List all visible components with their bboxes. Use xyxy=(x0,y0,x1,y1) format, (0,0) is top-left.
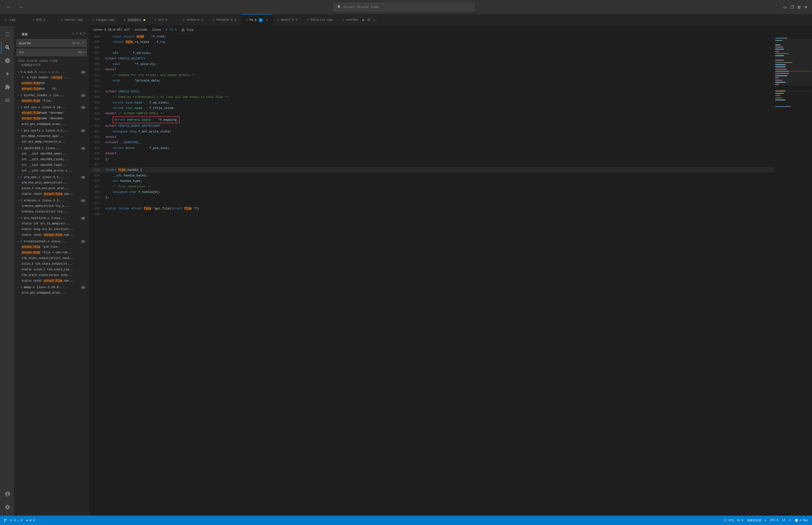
replace-all-button[interactable]: ↩ xyxy=(83,50,85,54)
activity-item-git[interactable] xyxy=(1,55,13,67)
list-item[interactable]: arch_get_unmapped_area(... xyxy=(14,290,89,296)
more-icon[interactable]: ⋯ xyxy=(373,18,375,22)
line-content: #ifdef CONFIG_DEBUG_WRITECOUNT xyxy=(104,123,775,129)
list-item[interactable]: • a file header (struct ... xyxy=(14,75,89,80)
breadcrumb-part-0[interactable]: linux-3.10.0-957.el7 xyxy=(93,28,130,31)
breadcrumb-part-3[interactable]: C fs.h xyxy=(166,28,177,31)
status-position[interactable]: 行 875, 列 8 xyxy=(724,519,744,522)
list-item[interactable]: struct file *exe_file; xyxy=(14,244,89,250)
status-branch[interactable]: ⑤ 6 △ 0 xyxy=(4,519,22,522)
split-icon[interactable]: ⧉ xyxy=(367,18,370,22)
activity-item-settings[interactable] xyxy=(1,501,13,513)
code-container: 904 const struct cred *f_cred; 905 struc… xyxy=(89,34,812,515)
status-eol[interactable]: LF xyxy=(782,519,785,522)
list-item[interactable]: ssize_t tlb_stats_output(st... xyxy=(14,261,89,267)
list-item[interactable]: struct filehdr fh; xyxy=(14,86,89,92)
regex-button[interactable]: .* xyxy=(81,41,85,45)
list-item[interactable]: arch_get_unmapped_area(... xyxy=(14,121,89,127)
list-item[interactable]: static const struct file_ope... xyxy=(14,232,89,238)
file-group-header-arc[interactable]: ▾ C arc_hostlink.c linux... 3 xyxy=(14,215,89,221)
replace-container[interactable]: 替换 AB ↩ xyxy=(16,49,87,56)
file-group-header-osf[interactable]: ▾ C osf_sys.c linux-3.10... 3 xyxy=(14,105,89,110)
back-button[interactable]: ← xyxy=(5,4,13,11)
collapse-icon[interactable]: ≡ xyxy=(76,32,78,35)
tab-unorder[interactable]: C unorder ▶ ⧉ ⋯ xyxy=(338,14,380,26)
list-item[interactable]: int pci_mmap_resource_d... xyxy=(14,139,89,145)
list-item[interactable]: static int arc_hl_mmap(str... xyxy=(14,221,89,226)
code-editor[interactable]: 904 const struct cred *f_cred; 905 struc… xyxy=(89,34,775,515)
win-tile-button[interactable]: ▭ xyxy=(783,5,786,10)
list-item[interactable]: tlb_stats_output(struct inod... xyxy=(14,255,89,261)
file-group-header-binfmt[interactable]: ▾ C binfmt_loader.c lin... 1 xyxy=(14,93,89,98)
breadcrumb-part-1[interactable]: include xyxy=(135,28,148,31)
file-group-header-srmcons[interactable]: ▾ C srmcons.c linux-3.1... 2 xyxy=(14,198,89,203)
status-encoding[interactable]: UTF-8 xyxy=(770,519,778,522)
list-item[interactable]: struct file *file = vma->vm... xyxy=(14,250,89,255)
tab-close-fsh[interactable]: × xyxy=(266,18,268,22)
forward-button[interactable]: → xyxy=(16,4,25,11)
case-sensitive-button[interactable]: Aa xyxy=(72,41,75,45)
activity-item-files[interactable] xyxy=(1,28,13,41)
activity-item-extensions[interactable] xyxy=(1,81,13,93)
activity-item-misc[interactable] xyxy=(1,94,13,106)
file-group-header-troubleshoot[interactable]: ▾ C troubleshoot.c linux... 7 xyxy=(14,239,89,244)
list-item[interactable]: int __init smcc669_open(... xyxy=(14,151,89,157)
tab-mounth[interactable]: C mount.h 1 xyxy=(273,14,303,26)
tab-vector[interactable]: C vector.cpp xyxy=(57,14,88,26)
view-mode-icon[interactable]: ≡ xyxy=(83,32,85,35)
file-group-header-aouth[interactable]: ▾ C a.out.h linux-3.10.0-... 3 xyxy=(14,70,89,75)
list-item[interactable]: struct filename *devname; xyxy=(14,110,89,116)
breadcrumb-part-2[interactable]: linux xyxy=(152,28,161,31)
preserve-case-button[interactable]: AB xyxy=(78,50,82,54)
breadcrumb-part-4[interactable]: 品 file xyxy=(182,28,194,32)
run-debug-icon xyxy=(5,71,10,77)
status-notifications[interactable]: ⌘ Mac xyxy=(795,519,808,522)
tab-polylist[interactable]: C PolyList.cpp xyxy=(303,14,338,26)
list-item[interactable]: struct filename *devname; xyxy=(14,116,89,121)
status-lang[interactable]: C xyxy=(790,519,791,522)
table-row: 923 #ifndef __GENKSYMS__ xyxy=(89,140,775,145)
list-item[interactable]: pci_mmap_resource_spar... xyxy=(14,133,89,139)
file-group-header-srm[interactable]: ▾ C srm_env.c linux-3.1... 3 xyxy=(14,175,89,180)
list-item[interactable]: int __init smcc669_write( s... xyxy=(14,168,89,174)
activity-item-search[interactable] xyxy=(1,41,13,54)
search-container[interactable]: Aa ab .* xyxy=(16,39,87,47)
list-item[interactable]: struct filehdr xyxy=(14,80,89,86)
tab-fsh[interactable]: C fs.h 2 × xyxy=(241,14,273,26)
tab-caogao[interactable]: C caogao.cpp xyxy=(88,14,119,26)
win-close-button[interactable]: ✕ xyxy=(804,5,807,10)
titlebar-search[interactable]: 🔍 Visual Studio Code xyxy=(333,3,474,11)
file-group-header-smc[interactable]: ▾ C smc37c669.c linux... 4 xyxy=(14,146,89,151)
tab-elf[interactable]: C elf.h xyxy=(150,14,179,26)
list-item[interactable]: static long arc_hl_ioctl(str... xyxy=(14,226,89,232)
list-item[interactable]: srmcons_open(struct tty_s... xyxy=(14,203,89,209)
tab-sched[interactable]: C sched.h 1 xyxy=(179,14,208,26)
activity-item-account[interactable] xyxy=(1,488,13,500)
tab-cpp[interactable]: C .cpp xyxy=(0,14,28,26)
list-item[interactable]: struct file *file; xyxy=(14,98,89,104)
whole-word-button[interactable]: ab xyxy=(76,41,80,45)
list-item[interactable]: tlb_stats_close(struct inod... xyxy=(14,272,89,278)
list-item[interactable]: static const struct file_ope... xyxy=(14,191,89,197)
tab-shiyan[interactable]: ✎ 实验报告2 xyxy=(119,14,150,26)
tab-fdtable[interactable]: C fdtable.h 2 xyxy=(208,14,241,26)
status-errors[interactable]: ✖ W 0 xyxy=(26,519,34,522)
run-icon[interactable]: ▶ xyxy=(362,18,365,22)
new-search-icon[interactable]: ⊞ xyxy=(80,32,81,35)
win-grid-button[interactable]: ⊞ xyxy=(797,5,800,10)
file-group-header-mmap[interactable]: ▾ C mmap.c linux-3.10.0... 1 xyxy=(14,285,89,290)
list-item[interactable]: srm_env_proc_open(struct... xyxy=(14,180,89,185)
file-group-header-pci[interactable]: ▾ C pci-sysfs.c linux-3.1... 2 xyxy=(14,128,89,133)
tab-dfs[interactable]: C DFS.c xyxy=(28,14,57,26)
list-item[interactable]: int __init smcc669_read(... xyxy=(14,162,89,168)
status-indent[interactable]: 制表符长度: 4 xyxy=(747,519,766,522)
list-item[interactable]: srmcons_close(struct tty_... xyxy=(14,209,89,214)
refresh-icon[interactable]: ↺ xyxy=(72,32,74,35)
list-item[interactable]: ssize_t srm_env_proc_writ... xyxy=(14,185,89,191)
list-item[interactable]: static ssize_t tlb_stats_cle... xyxy=(14,267,89,272)
activity-item-run[interactable] xyxy=(1,68,13,80)
list-item[interactable]: int __init smcc669_close(... xyxy=(14,157,89,162)
list-item[interactable]: static const struct file_ope... xyxy=(14,278,89,284)
win-split-button[interactable]: ❐ xyxy=(791,5,794,10)
search-input[interactable] xyxy=(19,41,70,45)
